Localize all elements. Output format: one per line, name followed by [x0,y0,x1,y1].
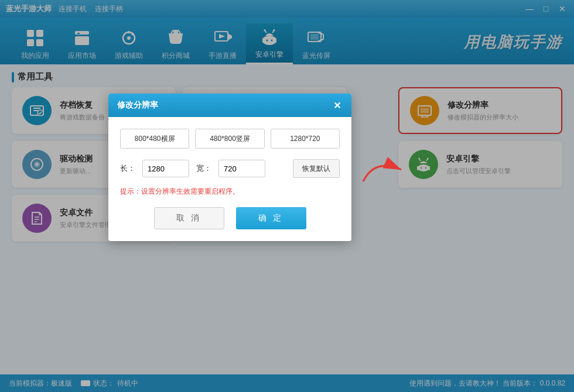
height-input[interactable] [218,160,265,177]
restore-default-button[interactable]: 恢复默认 [293,159,340,178]
dialog-close-button[interactable]: ✕ [331,99,343,111]
dialog-buttons: 取 消 确 定 [120,207,340,229]
width-label: 长： [120,163,135,174]
dialog-title: 修改分辨率 [117,100,158,111]
dialog-header: 修改分辨率 ✕ [108,94,351,117]
resolution-presets: 800*480横屏 480*800竖屏 1280*720 [120,129,340,149]
preset-480x800[interactable]: 480*800竖屏 [195,129,264,149]
hint-text: 提示：设置分辨率生效需要重启程序。 [120,187,340,197]
preset-800x480[interactable]: 800*480横屏 [120,129,189,149]
resolution-dialog: 修改分辨率 ✕ 800*480横屏 480*800竖屏 1280*720 长： … [108,94,351,241]
dimension-row: 长： 宽： 恢复默认 [120,159,340,178]
dialog-body: 800*480横屏 480*800竖屏 1280*720 长： 宽： 恢复默认 … [108,117,351,241]
preset-1280x720[interactable]: 1280*720 [271,129,340,149]
width-input[interactable] [142,160,189,177]
cancel-button[interactable]: 取 消 [154,207,224,229]
confirm-button[interactable]: 确 定 [236,207,306,229]
dialog-overlay: 修改分辨率 ✕ 800*480横屏 480*800竖屏 1280*720 长： … [0,0,574,392]
height-label: 宽： [196,163,211,174]
